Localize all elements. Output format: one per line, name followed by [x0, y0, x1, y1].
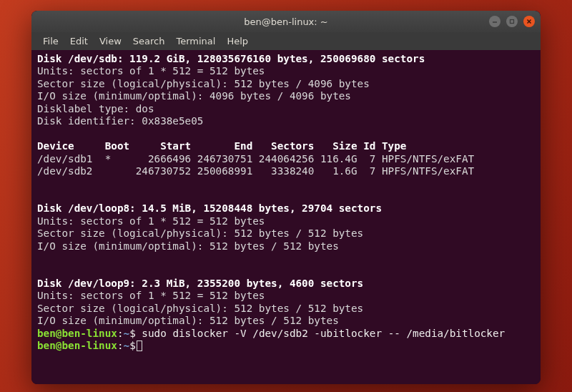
maximize-icon	[509, 19, 515, 24]
window-title: ben@ben-linux: ~	[244, 16, 327, 27]
menu-file[interactable]: File	[37, 34, 64, 49]
output-line: I/O size (minimum/optimal): 4096 bytes /…	[37, 90, 351, 102]
titlebar: ben@ben-linux: ~	[31, 11, 541, 32]
prompt-symbol: $	[129, 328, 136, 339]
minimize-button[interactable]	[489, 16, 500, 27]
prompt-symbol: $	[129, 340, 136, 351]
cursor-icon	[137, 340, 142, 351]
menu-search[interactable]: Search	[127, 34, 171, 49]
window-controls	[489, 16, 535, 27]
menu-view[interactable]: View	[94, 34, 127, 49]
prompt-colon: :	[117, 328, 124, 339]
output-line: Sector size (logical/physical): 512 byte…	[37, 227, 363, 239]
menu-edit[interactable]: Edit	[64, 34, 94, 49]
prompt-path: ~	[124, 340, 130, 351]
output-line: I/O size (minimum/optimal): 512 bytes / …	[37, 240, 339, 252]
close-icon	[526, 19, 532, 24]
menu-help[interactable]: Help	[221, 34, 254, 49]
output-line: Disk /dev/sdb: 119.2 GiB, 128035676160 b…	[37, 53, 425, 64]
output-line: Sector size (logical/physical): 512 byte…	[37, 78, 370, 89]
prompt-userhost: ben@ben-linux	[37, 340, 117, 351]
output-line: Disk identifier: 0x838e5e05	[37, 115, 203, 127]
output-line: Disk /dev/loop9: 2.3 MiB, 2355200 bytes,…	[37, 278, 363, 289]
output-line: I/O size (minimum/optimal): 512 bytes / …	[37, 315, 339, 326]
output-line: Disk /dev/loop8: 14.5 MiB, 15208448 byte…	[37, 202, 382, 214]
prompt-path: ~	[124, 328, 130, 339]
prompt-colon: :	[117, 340, 124, 351]
output-line: Disklabel type: dos	[37, 103, 154, 114]
output-line: /dev/sdb2 246730752 250068991 3338240 1.…	[37, 165, 474, 177]
output-line: Units: sectors of 1 * 512 = 512 bytes	[37, 65, 265, 77]
menubar: File Edit View Search Terminal Help	[31, 32, 541, 50]
output-line: Units: sectors of 1 * 512 = 512 bytes	[37, 215, 265, 227]
terminal-window: ben@ben-linux: ~ File Edit View Search T…	[31, 11, 541, 384]
maximize-button[interactable]	[506, 16, 518, 27]
minimize-icon	[492, 19, 498, 24]
output-line: Units: sectors of 1 * 512 = 512 bytes	[37, 290, 265, 301]
terminal-output[interactable]: Disk /dev/sdb: 119.2 GiB, 128035676160 b…	[31, 50, 541, 384]
output-line: Sector size (logical/physical): 512 byte…	[37, 303, 363, 314]
close-button[interactable]	[523, 16, 535, 27]
output-line: /dev/sdb1 * 2666496 246730751 244064256 …	[37, 153, 474, 165]
svg-rect-1	[511, 20, 514, 24]
menu-terminal[interactable]: Terminal	[170, 34, 221, 49]
prompt-userhost: ben@ben-linux	[37, 328, 117, 339]
output-line: Device Boot Start End Sectors Size Id Ty…	[37, 140, 406, 152]
command-input: sudo dislocker -V /dev/sdb2 -ubitlocker …	[136, 328, 505, 339]
